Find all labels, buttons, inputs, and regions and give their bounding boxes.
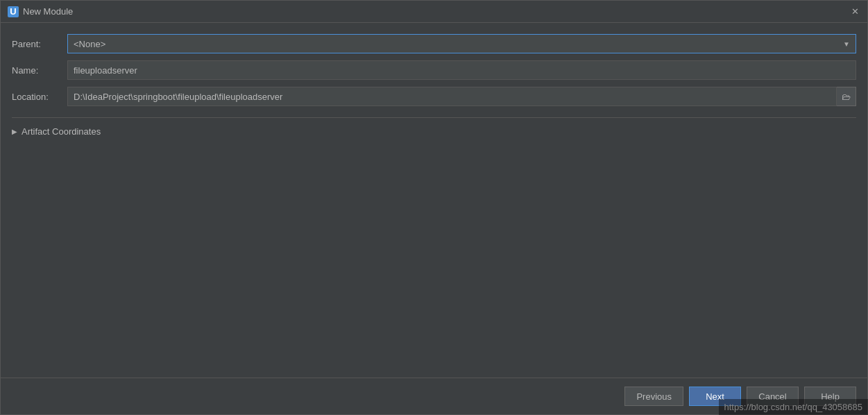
parent-label: Parent:: [12, 39, 67, 49]
name-field: [67, 60, 856, 80]
parent-row: Parent: <None> ▼: [12, 34, 856, 53]
name-row: Name:: [12, 60, 856, 80]
location-input-group: 🗁: [67, 87, 856, 106]
artifact-section: ▶ Artifact Coordinates: [12, 117, 856, 139]
artifact-label: Artifact Coordinates: [22, 126, 101, 137]
parent-dropdown-arrow: ▼: [843, 40, 850, 48]
previous-button[interactable]: Previous: [624, 387, 683, 406]
artifact-expand-arrow: ▶: [12, 128, 17, 135]
dialog-icon: U: [8, 6, 19, 17]
name-input[interactable]: [67, 60, 856, 80]
close-button[interactable]: ✕: [849, 6, 860, 17]
artifact-header[interactable]: ▶ Artifact Coordinates: [12, 124, 856, 139]
location-input[interactable]: [67, 87, 837, 106]
dialog-title: New Module: [23, 6, 73, 17]
browse-button[interactable]: 🗁: [837, 87, 856, 106]
parent-field: <None> ▼: [67, 34, 856, 53]
dialog-content: Parent: <None> ▼ Name: Location:: [1, 23, 867, 378]
watermark: https://blog.csdn.net/qq_43058685: [719, 399, 869, 415]
location-row: Location: 🗁: [12, 87, 856, 106]
location-label: Location:: [12, 92, 67, 102]
new-module-dialog: U New Module ✕ Parent: <None> ▼ Name:: [0, 0, 868, 415]
parent-select[interactable]: <None> ▼: [67, 34, 856, 53]
location-field: 🗁: [67, 87, 856, 106]
title-bar: U New Module ✕: [1, 1, 867, 23]
name-label: Name:: [12, 65, 67, 76]
parent-select-value: <None>: [74, 39, 105, 49]
title-bar-left: U New Module: [8, 6, 73, 17]
folder-icon: 🗁: [842, 92, 851, 102]
